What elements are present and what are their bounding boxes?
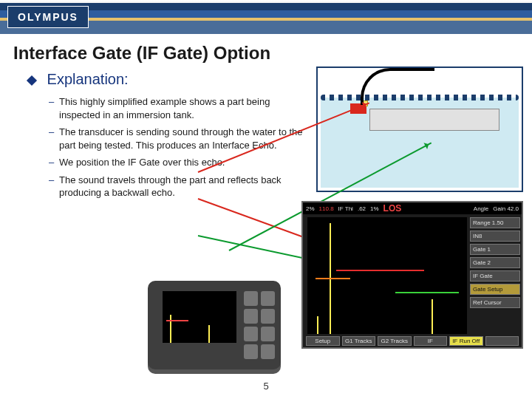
side-btn-ifgate[interactable]: IF Gate: [470, 270, 520, 282]
test-part: [369, 109, 499, 131]
bot-btn-setup[interactable]: Setup: [306, 336, 340, 346]
screen-bottom-buttons: Setup G1 Tracks G2 Tracks IF IF Run Off: [306, 336, 519, 346]
page-title: Interface Gate (IF Gate) Option: [13, 43, 532, 64]
device-hard-buttons: [244, 291, 275, 359]
immersion-tank-diagram: [316, 66, 523, 192]
side-btn-in8[interactable]: IN8: [470, 231, 520, 242]
los-indicator: LOS: [383, 203, 402, 214]
gate2-bar: [395, 292, 459, 293]
list-item: –This highly simplified example shows a …: [49, 95, 310, 121]
brand-logo: OLYMPUS: [7, 6, 89, 28]
device-screen: [163, 291, 236, 343]
flaw-detector-device: [148, 281, 281, 369]
bot-btn-if-run[interactable]: IF Run Off: [449, 336, 483, 346]
cable-icon: [361, 68, 434, 105]
explanation-heading: Explanation:: [28, 71, 310, 88]
page-number: 5: [263, 381, 268, 392]
bullet-diamond-icon: [27, 75, 37, 86]
list-item: –The sound travels through the part and …: [49, 174, 310, 200]
instrument-screen: 2% 110.8 IF Thi .62 1% LOS Angle Gain 42…: [301, 201, 523, 349]
gate1-bar: [336, 270, 424, 271]
list-item: –The transducer is sending sound through…: [49, 126, 310, 151]
explanation-block: Explanation: –This highly simplified exa…: [28, 71, 310, 204]
side-btn-ref-cursor[interactable]: Ref Cursor: [470, 297, 520, 308]
bot-btn-if[interactable]: IF: [414, 336, 448, 346]
screen-top-readouts: 2% 110.8 IF Thi .62 1% LOS Angle Gain 42…: [303, 202, 522, 214]
bot-btn-g2tracks[interactable]: G2 Tracks: [378, 336, 412, 346]
side-btn-gate2[interactable]: Gate 2: [470, 257, 520, 268]
list-item: –We position the IF Gate over this echo.: [49, 156, 310, 169]
bot-btn-g1tracks[interactable]: G1 Tracks: [342, 336, 376, 346]
screen-side-buttons: Range 1.50 IN8 Gate 1 Gate 2 IF Gate Gat…: [470, 217, 520, 334]
bot-btn-blank[interactable]: [485, 336, 519, 346]
a-scan-plot: [307, 217, 467, 334]
if-gate-bar: [316, 278, 351, 279]
explanation-heading-text: Explanation:: [47, 71, 129, 87]
backwall-echo-spike: [432, 299, 433, 334]
side-btn-range[interactable]: Range 1.50: [470, 217, 520, 228]
side-btn-gate1[interactable]: Gate 1: [470, 244, 520, 255]
side-btn-gate-setup[interactable]: Gate Setup: [470, 284, 520, 295]
